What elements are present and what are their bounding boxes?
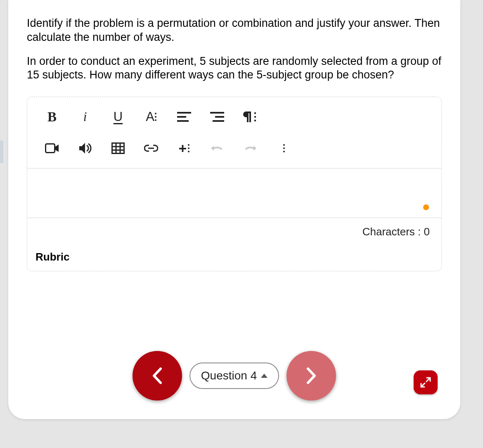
font-color-button[interactable]: A xyxy=(135,104,168,129)
question-nav: Question 4 xyxy=(8,351,460,401)
kebab-icon xyxy=(283,144,285,152)
question-problem: In order to conduct an experiment, 5 sub… xyxy=(27,55,442,83)
svg-point-9 xyxy=(254,120,256,121)
question-selector[interactable]: Question 4 xyxy=(189,363,279,389)
chevron-left-icon xyxy=(149,366,166,385)
align-left-button[interactable] xyxy=(168,104,201,129)
svg-rect-11 xyxy=(112,143,124,154)
align-right-button[interactable] xyxy=(201,104,234,129)
question-instructions: Identify if the problem is a permutation… xyxy=(27,17,442,45)
expand-icon xyxy=(420,377,431,388)
insert-more-button[interactable]: + xyxy=(168,136,201,161)
table-button[interactable] xyxy=(102,136,135,161)
bold-button[interactable]: B xyxy=(36,104,69,129)
caret-up-icon xyxy=(261,374,268,378)
svg-point-7 xyxy=(254,112,256,114)
video-button[interactable] xyxy=(36,136,69,161)
editor-toolbar: B i U A xyxy=(27,97,441,168)
next-question-button[interactable] xyxy=(286,351,336,401)
rubric-toggle[interactable]: Rubric xyxy=(27,246,441,271)
answer-editor: B i U A xyxy=(27,97,442,271)
prev-question-button[interactable] xyxy=(133,351,182,401)
counter-label: Characters : xyxy=(362,225,424,238)
question-selector-label: Question 4 xyxy=(201,369,257,382)
underline-button[interactable]: U xyxy=(102,104,135,129)
link-button[interactable] xyxy=(135,136,168,161)
svg-point-8 xyxy=(254,116,256,118)
italic-button[interactable]: i xyxy=(69,104,102,129)
more-options-button[interactable] xyxy=(267,136,300,161)
status-indicator-dot xyxy=(423,204,429,210)
dropdown-dots-icon xyxy=(155,113,156,121)
font-color-label: A xyxy=(146,109,154,124)
svg-rect-10 xyxy=(46,144,55,153)
page-drag-handle xyxy=(0,140,3,163)
undo-button[interactable] xyxy=(201,136,234,161)
paragraph-format-button[interactable] xyxy=(234,104,267,129)
character-counter: Characters : 0 xyxy=(27,218,441,246)
fullscreen-button[interactable] xyxy=(414,370,438,394)
svg-rect-6 xyxy=(249,111,251,122)
toolbar-row-2: + xyxy=(31,133,437,164)
dropdown-dots-icon xyxy=(188,144,189,152)
plus-label: + xyxy=(179,140,187,156)
question-card: Identify if the problem is a permutation… xyxy=(8,0,460,419)
redo-button[interactable] xyxy=(234,136,267,161)
editor-textarea[interactable] xyxy=(27,168,441,218)
chevron-right-icon xyxy=(303,366,320,385)
counter-value: 0 xyxy=(424,225,430,238)
question-text: Identify if the problem is a permutation… xyxy=(27,17,442,82)
audio-button[interactable] xyxy=(69,136,102,161)
toolbar-row-1: B i U A xyxy=(31,101,437,133)
